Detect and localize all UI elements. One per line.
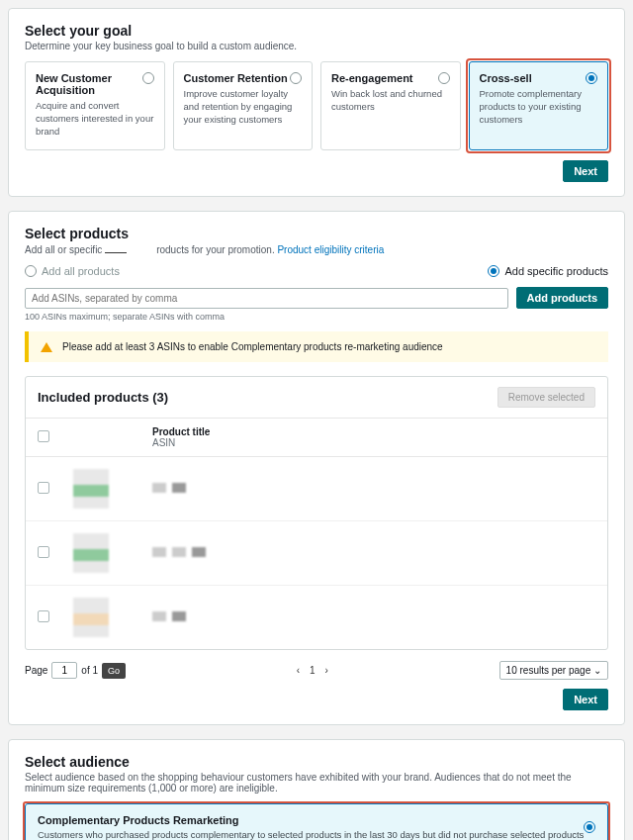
select-goal-panel: Select your goal Determine your key busi… xyxy=(8,8,625,197)
goal-card-desc: Acquire and convert customers interested… xyxy=(36,100,154,138)
audience-card-complementary[interactable]: Complementary Products Remarketing Custo… xyxy=(25,803,608,840)
goal-card-cross-sell[interactable]: Cross-sell Promote complementary product… xyxy=(469,61,609,150)
table-row xyxy=(26,457,607,521)
goal-card-title: Re-engagement xyxy=(331,72,450,84)
redacted-text xyxy=(127,243,156,253)
asin-input[interactable] xyxy=(25,288,508,309)
text-cursor-artifact xyxy=(105,252,127,253)
product-title-cell xyxy=(152,483,595,495)
col-product-title: Product title xyxy=(152,426,595,437)
goal-card-desc: Improve customer loyalty and retention b… xyxy=(184,88,303,126)
radio-icon xyxy=(438,72,450,84)
radio-label: Add all products xyxy=(42,265,120,277)
add-products-button[interactable]: Add products xyxy=(516,287,609,309)
goal-card-reengagement[interactable]: Re-engagement Win back lost and churned … xyxy=(320,61,461,150)
goal-grid: New Customer Acquisition Acquire and con… xyxy=(25,61,608,150)
page-label: Page xyxy=(25,665,47,676)
goal-card-desc: Promote complementary products to your e… xyxy=(480,88,598,126)
audience-card-desc: Customers who purchased products complem… xyxy=(38,829,595,840)
radio-label: Add specific products xyxy=(504,265,608,277)
alert-text: Please add at least 3 ASINs to enable Co… xyxy=(62,341,443,352)
audience-card-title: Complementary Products Remarketing xyxy=(38,814,595,826)
audience-title: Select audience xyxy=(25,754,608,770)
table-row xyxy=(26,586,607,649)
radio-icon xyxy=(290,72,302,84)
col-asin: ASIN xyxy=(152,437,595,448)
goal-title: Select your goal xyxy=(25,23,608,39)
go-button[interactable]: Go xyxy=(102,663,126,679)
warning-icon xyxy=(41,342,52,352)
remove-selected-button[interactable]: Remove selected xyxy=(497,387,595,408)
radio-icon xyxy=(586,72,597,84)
row-checkbox[interactable] xyxy=(38,610,49,622)
asin-input-row: Add products xyxy=(25,287,608,309)
product-thumbnail xyxy=(73,469,109,509)
goal-card-title: Cross-sell xyxy=(480,72,598,84)
table-title: Included products (3) xyxy=(38,390,168,405)
goal-card-title: Customer Retention xyxy=(184,72,303,84)
table-row xyxy=(26,521,607,586)
radio-add-specific[interactable]: Add specific products xyxy=(488,265,608,277)
radio-icon xyxy=(488,265,499,277)
product-thumbnail xyxy=(73,533,109,573)
products-title: Select products xyxy=(25,226,608,241)
asin-alert: Please add at least 3 ASINs to enable Co… xyxy=(25,331,608,362)
radio-add-all[interactable]: Add all products xyxy=(25,265,120,277)
radio-icon xyxy=(584,821,595,833)
goal-card-desc: Win back lost and churned customers xyxy=(331,88,450,114)
product-mode-radios: Add all products Add specific products xyxy=(25,265,608,277)
products-sub-prefix: Add all or specific xyxy=(25,244,102,255)
audience-subtitle: Select audience based on the shopping be… xyxy=(25,772,608,793)
eligibility-link[interactable]: Product eligibility criteria xyxy=(277,244,384,255)
product-title-cell xyxy=(152,547,595,559)
products-next-button[interactable]: Next xyxy=(563,689,608,710)
goal-card-title: New Customer Acquisition xyxy=(36,72,154,96)
products-sub-suffix: roducts for your promotion. xyxy=(156,244,275,255)
results-label: 10 results per page xyxy=(506,665,591,676)
row-checkbox[interactable] xyxy=(38,482,49,494)
goal-card-new-customer[interactable]: New Customer Acquisition Acquire and con… xyxy=(25,61,165,150)
chevron-down-icon: ⌄ xyxy=(593,665,601,676)
of-label: of 1 xyxy=(81,665,98,676)
goal-next-button[interactable]: Next xyxy=(563,160,608,182)
included-products-table: Included products (3) Remove selected Pr… xyxy=(25,376,608,650)
table-head-row: Product title ASIN xyxy=(26,419,607,457)
results-per-page-select[interactable]: 10 results per page ⌄ xyxy=(499,661,608,680)
asin-hint: 100 ASINs maximum; separate ASINs with c… xyxy=(25,312,608,322)
row-checkbox[interactable] xyxy=(38,546,49,558)
product-thumbnail xyxy=(73,598,109,637)
pager: Page of 1 Go ‹ 1 › 10 results per page ⌄ xyxy=(25,662,608,679)
products-subtitle: Add all or specific roducts for your pro… xyxy=(25,243,608,255)
goal-card-retention[interactable]: Customer Retention Improve customer loya… xyxy=(173,61,314,150)
page-input[interactable] xyxy=(51,662,77,679)
prev-page-icon[interactable]: ‹ xyxy=(297,665,300,676)
goal-subtitle: Determine your key business goal to buil… xyxy=(25,41,608,51)
select-products-panel: Select products Add all or specific rodu… xyxy=(8,211,625,725)
radio-icon xyxy=(142,72,154,84)
page-number: 1 xyxy=(310,665,316,676)
next-page-icon[interactable]: › xyxy=(325,665,328,676)
select-audience-panel: Select audience Select audience based on… xyxy=(8,739,625,840)
radio-icon xyxy=(25,265,37,277)
select-all-checkbox[interactable] xyxy=(38,430,49,442)
product-title-cell xyxy=(152,611,595,623)
